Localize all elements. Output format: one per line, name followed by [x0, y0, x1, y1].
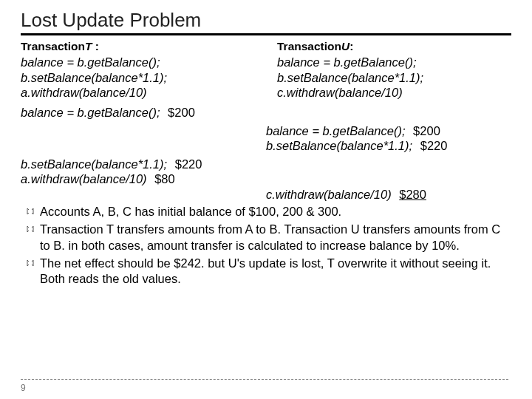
execution-trace: balance = b.getBalance(); $200 balance =…: [21, 105, 511, 202]
bullet-item: Transaction T transfers amounts from A t…: [21, 222, 511, 253]
code-line: balance = b.getBalance();: [277, 55, 511, 70]
trace-value: $200: [413, 124, 440, 137]
transaction-u-colon: :: [349, 40, 353, 52]
transaction-u-name: U: [341, 40, 349, 52]
transaction-t-code: balance = b.getBalance(); b.setBalance(b…: [21, 55, 255, 100]
trace-value: $200: [168, 106, 195, 119]
bullet-text: The net effect should be $242. but U's u…: [40, 256, 511, 287]
transaction-u-code: balance = b.getBalance(); b.setBalance(b…: [277, 55, 511, 100]
slide: Lost Update Problem TransactionT : balan…: [0, 0, 532, 399]
page-number: 9: [21, 383, 26, 393]
transaction-u-label: Transaction: [277, 40, 341, 52]
slide-footer: 9: [21, 379, 508, 393]
code-line: a.withdraw(balance/10): [21, 85, 255, 100]
trace-value: $220: [420, 139, 448, 152]
trace-row: balance = b.getBalance(); $200: [21, 123, 511, 139]
trace-value: $220: [175, 157, 202, 171]
trace-value: $80: [154, 172, 175, 185]
bullet-item: Accounts A, B, C has initial balance of …: [21, 204, 511, 219]
code-line: balance = b.getBalance();: [21, 55, 255, 70]
trace-row: a.withdraw(balance/10) $80: [21, 171, 511, 187]
transaction-t-label: Transaction: [21, 40, 85, 52]
trace-row: b.setBalance(balance*1.1); $220: [21, 157, 511, 172]
trace-row: balance = b.getBalance(); $200: [21, 105, 511, 120]
bullet-list: Accounts A, B, C has initial balance of …: [21, 204, 511, 287]
trace-row: c.withdraw(balance/10) $280: [21, 187, 511, 202]
trace-code: c.withdraw(balance/10): [266, 188, 392, 201]
trace-code: balance = b.getBalance();: [266, 124, 406, 137]
slide-title: Lost Update Problem: [21, 9, 511, 35]
trace-code: balance = b.getBalance();: [21, 106, 160, 119]
transaction-u-column: TransactionU: balance = b.getBalance(); …: [277, 40, 511, 100]
trace-code: b.setBalance(balance*1.1);: [266, 139, 412, 152]
trace-row: b.setBalance(balance*1.1); $220: [21, 138, 511, 154]
bullet-item: The net effect should be $242. but U's u…: [21, 256, 511, 287]
code-line: b.setBalance(balance*1.1);: [277, 70, 511, 86]
bullet-text: Transaction T transfers amounts from A t…: [40, 222, 511, 253]
code-line: c.withdraw(balance/10): [277, 85, 511, 100]
code-line: b.setBalance(balance*1.1);: [21, 70, 255, 86]
bullet-icon: [21, 256, 40, 267]
transaction-u-heading: TransactionU:: [277, 40, 511, 53]
trace-code: b.setBalance(balance*1.1);: [21, 157, 167, 171]
transaction-t-column: TransactionT : balance = b.getBalance();…: [21, 40, 255, 100]
transaction-columns: TransactionT : balance = b.getBalance();…: [21, 40, 511, 100]
transaction-t-heading: TransactionT :: [21, 40, 255, 53]
bullet-icon: [21, 222, 40, 233]
bullet-text: Accounts A, B, C has initial balance of …: [40, 204, 511, 219]
trace-code: a.withdraw(balance/10): [21, 172, 147, 185]
trace-value: $280: [399, 188, 426, 201]
bullet-icon: [21, 204, 40, 216]
transaction-t-colon: :: [92, 40, 98, 52]
